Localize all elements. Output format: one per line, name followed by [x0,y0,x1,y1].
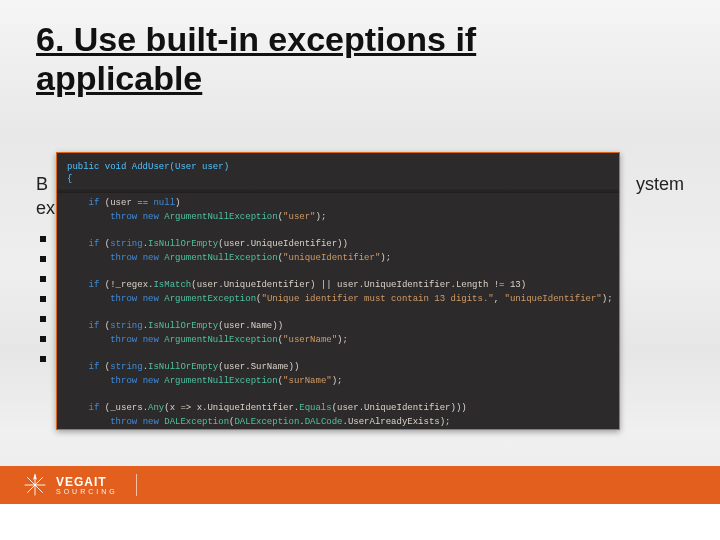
bullet-dot [40,276,46,282]
star-icon [22,472,48,498]
bullet-dot [40,296,46,302]
bullet-dot [40,256,46,262]
bullet-dot [40,336,46,342]
code-body: if (user == null) throw new ArgumentNull… [67,197,609,430]
footer-bar: VEGAIT SOURCING [0,466,720,504]
bullet-dot [40,236,46,242]
bottom-white-bar [0,504,720,540]
slide-title: 6. Use built-in exceptions if applicable [36,20,596,98]
body-text-right: ystem [636,172,684,196]
brand-logo: VEGAIT SOURCING [22,472,118,498]
code-panel: public void AddUser(User user) { if (use… [56,152,620,430]
bullet-dot [40,356,46,362]
body-text-left: B [36,174,48,194]
brand-sub: SOURCING [56,488,118,495]
code-divider [57,187,619,193]
brand-text: VEGAIT SOURCING [56,476,118,495]
slide: 6. Use built-in exceptions if applicable… [0,0,720,540]
bullet-markers [40,236,46,376]
body-text-line2-left: ex [36,198,55,218]
body-text: B ystem ex [36,172,55,221]
bullet-dot [40,316,46,322]
footer-separator [136,474,137,496]
brand-name: VEGAIT [56,476,118,488]
code-signature: public void AddUser(User user) { [67,161,609,185]
